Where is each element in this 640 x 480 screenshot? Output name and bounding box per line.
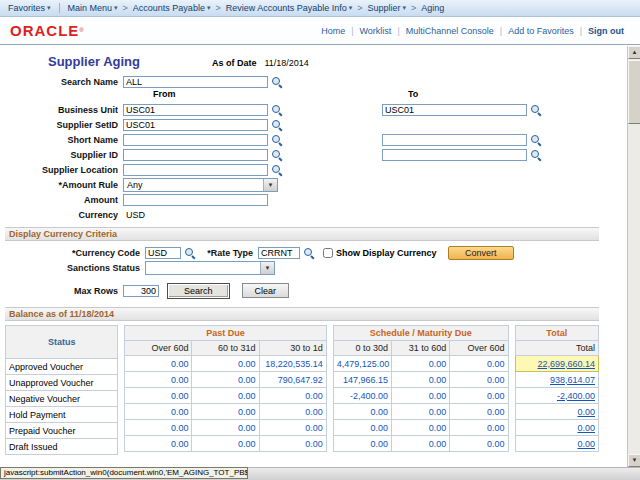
schedule-value: 0.00 <box>333 436 391 452</box>
past-due-value: 0.00 <box>259 404 326 420</box>
supplier-setid-input[interactable] <box>123 119 268 131</box>
currency-code-label: *Currency Code <box>5 248 145 258</box>
status-column-header: Status <box>6 326 118 359</box>
chevron-down-icon: ▾ <box>207 4 211 12</box>
past-due-col-header: Over 60d <box>125 341 192 356</box>
business-unit-from-lookup-icon[interactable] <box>271 104 283 116</box>
schedule-maturity-table: Schedule / Maturity Due 0 to 30d 31 to 6… <box>333 325 509 452</box>
business-unit-label: Business Unit <box>5 105 123 115</box>
business-unit-to-lookup-icon[interactable] <box>530 104 542 116</box>
show-display-currency-checkbox[interactable] <box>323 248 333 258</box>
link-separator: | <box>351 26 353 36</box>
total-cell: 0.00 <box>515 404 599 420</box>
total-link[interactable]: 22,699,660.14 <box>537 359 595 369</box>
total-link[interactable]: -2,400.00 <box>557 391 595 401</box>
past-due-value: 18,220,535.14 <box>259 356 326 372</box>
supplier-setid-lookup-icon[interactable] <box>271 119 283 131</box>
breadcrumb-item-supplier[interactable]: Supplier ▾ <box>368 3 407 13</box>
clear-button[interactable]: Clear <box>242 283 290 298</box>
balance-tables: Status Approved Voucher Unapproved Vouch… <box>5 325 599 455</box>
short-name-to-lookup-icon[interactable] <box>530 134 542 146</box>
past-due-value: 0.00 <box>192 388 259 404</box>
business-unit-to-input[interactable] <box>382 104 527 116</box>
short-name-from-input[interactable] <box>123 134 268 146</box>
schedule-value: 0.00 <box>450 388 508 404</box>
scroll-up-icon[interactable]: ▲ <box>628 46 640 59</box>
total-link[interactable]: 0.00 <box>577 423 595 433</box>
status-cell: Unapproved Voucher <box>6 375 118 391</box>
past-due-value: 0.00 <box>259 436 326 452</box>
search-name-lookup-icon[interactable] <box>271 76 283 88</box>
link-separator: | <box>500 26 502 36</box>
total-link[interactable]: 938,614.07 <box>550 375 595 385</box>
supplier-id-from-input[interactable] <box>123 149 268 161</box>
header-link-add-to-favorites[interactable]: Add to Favorites <box>508 26 574 36</box>
past-due-value: 0.00 <box>192 404 259 420</box>
status-cell: Negative Voucher <box>6 391 118 407</box>
oracle-logo-text: ORACLE <box>10 22 79 39</box>
total-link[interactable]: 0.00 <box>577 407 595 417</box>
page-content: Supplier Aging As of Date 11/18/2014 Sea… <box>0 46 627 467</box>
short-name-to-input[interactable] <box>382 134 527 146</box>
breadcrumb-label: Supplier <box>368 3 401 13</box>
status-cell: Draft Issued <box>6 439 118 455</box>
chevron-down-icon: ▾ <box>403 4 407 12</box>
past-due-table: Past Due Over 60d 60 to 31d 30 to 1d 0.0… <box>124 325 327 452</box>
past-due-value: 0.00 <box>259 388 326 404</box>
breadcrumb-item-aging[interactable]: Aging <box>421 3 444 13</box>
currency-code-row: *Currency Code *Rate Type Show Display C… <box>5 245 627 260</box>
total-col-header: Total <box>515 341 599 356</box>
sanctions-status-label: Sanctions Status <box>5 263 145 273</box>
currency-code-lookup-icon[interactable] <box>184 247 196 259</box>
past-due-value: 0.00 <box>192 436 259 452</box>
amount-rule-label: *Amount Rule <box>5 180 123 190</box>
past-due-value: 0.00 <box>192 420 259 436</box>
breadcrumb-item-review-ap-info[interactable]: Review Accounts Payable Info ▾ <box>226 3 353 13</box>
schedule-col-header: Over 60d <box>450 341 508 356</box>
supplier-id-from-lookup-icon[interactable] <box>271 149 283 161</box>
past-due-value: 0.00 <box>192 356 259 372</box>
breadcrumb-item-main-menu[interactable]: Main Menu ▾ <box>68 3 118 13</box>
supplier-location-input[interactable] <box>123 164 268 176</box>
short-name-row: Short Name <box>5 132 627 147</box>
max-rows-input[interactable] <box>123 285 159 297</box>
supplier-location-lookup-icon[interactable] <box>271 164 283 176</box>
supplier-id-to-lookup-icon[interactable] <box>530 149 542 161</box>
currency-label: Currency <box>5 210 123 220</box>
rate-type-lookup-icon[interactable] <box>303 247 315 259</box>
total-cell: 0.00 <box>515 420 599 436</box>
header-link-home[interactable]: Home <box>321 26 345 36</box>
short-name-from-lookup-icon[interactable] <box>271 134 283 146</box>
amount-input[interactable] <box>123 194 268 206</box>
amount-rule-select[interactable]: Any ▼ <box>123 178 278 192</box>
to-column-header: To <box>408 89 418 99</box>
convert-button[interactable]: Convert <box>448 246 514 260</box>
header-link-multichannel-console[interactable]: MultiChannel Console <box>406 26 494 36</box>
page-title: Supplier Aging <box>48 54 140 69</box>
oracle-logo: ORACLE® <box>10 22 84 39</box>
header-link-sign-out[interactable]: Sign out <box>588 26 624 36</box>
search-name-input[interactable] <box>123 76 268 88</box>
dropdown-arrow-icon: ▼ <box>260 262 274 274</box>
favorites-menu[interactable]: Favorites ▾ <box>8 3 51 13</box>
link-separator: | <box>580 26 582 36</box>
currency-code-input[interactable] <box>145 247 181 259</box>
search-name-row: Search Name <box>5 74 627 89</box>
past-due-value: 0.00 <box>125 420 192 436</box>
past-due-value: 0.00 <box>125 404 192 420</box>
rate-type-input[interactable] <box>258 247 300 259</box>
schedule-group-header: Schedule / Maturity Due <box>333 326 508 341</box>
scrollbar-thumb[interactable] <box>628 60 640 124</box>
amount-row: Amount <box>5 192 627 207</box>
breadcrumb-item-accounts-payable[interactable]: Accounts Payable ▾ <box>133 3 211 13</box>
supplier-id-to-field <box>382 149 542 161</box>
search-button[interactable]: Search <box>167 283 230 299</box>
supplier-id-to-input[interactable] <box>382 149 527 161</box>
total-link[interactable]: 0.00 <box>577 439 595 449</box>
schedule-value: 147,966.15 <box>333 372 391 388</box>
business-unit-from-input[interactable] <box>123 104 268 116</box>
header-link-worklist[interactable]: Worklist <box>360 26 392 36</box>
sanctions-status-select[interactable]: ▼ <box>145 261 275 275</box>
scroll-down-icon[interactable]: ▼ <box>628 454 640 467</box>
chevron-down-icon: ▾ <box>47 4 51 12</box>
